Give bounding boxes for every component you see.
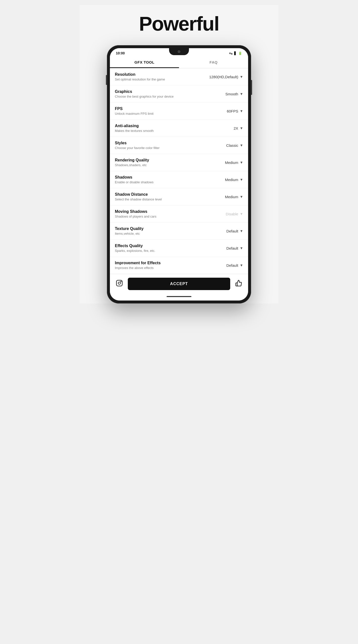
dropdown-arrow-effects-quality: ▼: [240, 246, 243, 250]
camera-dot: [178, 50, 180, 53]
accept-button[interactable]: ACCEPT: [128, 278, 230, 290]
setting-value-rendering-quality: Medium: [225, 160, 238, 165]
dropdown-arrow-anti-aliasing: ▼: [240, 126, 243, 130]
setting-title-moving-shadows: Moving Shadows: [115, 209, 216, 214]
setting-title-shadow-distance: Shadow Distance: [115, 192, 216, 197]
setting-info-styles: StylesChoose your favorite color filter: [115, 141, 216, 150]
svg-point-1: [118, 282, 120, 284]
phone-screen: 10:00 ▾▴ ▋ 🔋 GFX TOOL FAQ ResolutionSet …: [110, 48, 248, 300]
setting-desc-texture-quality: Items,vehicle, etc: [115, 232, 216, 236]
setting-row-shadow-distance[interactable]: Shadow DistanceSelect the shadow distanc…: [110, 188, 248, 206]
settings-list: ResolutionSet optimal resolution for the…: [110, 68, 248, 274]
setting-title-resolution: Resolution: [115, 72, 209, 77]
tab-faq[interactable]: FAQ: [179, 56, 248, 68]
setting-info-rendering-quality: Rendering QualityShadows,shaders, etc: [115, 158, 216, 167]
setting-info-resolution: ResolutionSet optimal resolution for the…: [115, 72, 209, 81]
dropdown-arrow-styles: ▼: [240, 143, 243, 147]
setting-desc-resolution: Set optimal resolution for the game: [115, 78, 209, 81]
setting-row-moving-shadows[interactable]: Moving ShadowsShadows of players and car…: [110, 206, 248, 222]
setting-row-effects-quality[interactable]: Effects QualitySparks, explosions, fire,…: [110, 240, 248, 257]
setting-row-resolution[interactable]: ResolutionSet optimal resolution for the…: [110, 68, 248, 86]
setting-row-improvement-effects[interactable]: Improvement for EffectsImproves the abov…: [110, 257, 248, 274]
setting-control-rendering-quality[interactable]: Medium▼: [216, 160, 243, 165]
setting-title-fps: FPS: [115, 106, 216, 111]
setting-row-fps[interactable]: FPSUnlock maximum FPS limit60FPS▼: [110, 102, 248, 120]
dropdown-arrow-shadows: ▼: [240, 178, 243, 182]
setting-value-effects-quality: Default: [226, 246, 238, 250]
phone-notch: [169, 48, 189, 55]
setting-value-anti-aliasing: 2X: [234, 126, 238, 130]
setting-info-fps: FPSUnlock maximum FPS limit: [115, 106, 216, 116]
setting-info-effects-quality: Effects QualitySparks, explosions, fire,…: [115, 244, 216, 252]
setting-info-moving-shadows: Moving ShadowsShadows of players and car…: [115, 209, 216, 218]
signal-icon: ▋: [234, 52, 237, 55]
page-wrapper: Powerful 10:00 ▾▴ ▋ 🔋 GFX TOOL FAQ: [80, 5, 278, 304]
wifi-icon: ▾▴: [229, 52, 233, 55]
setting-value-graphics: Smooth: [225, 92, 238, 96]
setting-desc-anti-aliasing: Makes the textures smooth: [115, 129, 216, 132]
dropdown-arrow-graphics: ▼: [240, 92, 243, 96]
status-icons: ▾▴ ▋ 🔋: [229, 52, 242, 55]
setting-title-texture-quality: Texture Quality: [115, 226, 216, 231]
setting-title-styles: Styles: [115, 141, 216, 145]
setting-title-graphics: Graphics: [115, 90, 216, 94]
like-button[interactable]: [235, 280, 242, 288]
dropdown-arrow-rendering-quality: ▼: [240, 160, 243, 164]
setting-value-shadows: Medium: [225, 178, 238, 182]
setting-value-resolution: 1280(HD,Default): [209, 75, 238, 79]
setting-control-effects-quality[interactable]: Default▼: [216, 246, 243, 250]
app-tabs: GFX TOOL FAQ: [110, 56, 248, 68]
setting-control-texture-quality[interactable]: Default▼: [216, 229, 243, 233]
setting-info-improvement-effects: Improvement for EffectsImproves the abov…: [115, 261, 216, 270]
setting-title-shadows: Shadows: [115, 175, 216, 180]
dropdown-arrow-resolution: ▼: [240, 75, 243, 79]
home-indicator: [110, 294, 248, 300]
setting-control-graphics[interactable]: Smooth▼: [216, 92, 243, 96]
setting-control-resolution[interactable]: 1280(HD,Default)▼: [209, 75, 243, 79]
bottom-bar: ACCEPT: [110, 274, 248, 294]
side-button-left: [106, 75, 107, 85]
setting-info-texture-quality: Texture QualityItems,vehicle, etc: [115, 226, 216, 236]
setting-title-effects-quality: Effects Quality: [115, 244, 216, 248]
dropdown-arrow-moving-shadows: ▼: [240, 212, 243, 216]
setting-row-styles[interactable]: StylesChoose your favorite color filterC…: [110, 137, 248, 154]
setting-value-styles: Classic: [226, 143, 238, 148]
setting-value-fps: 60FPS: [227, 109, 238, 113]
setting-desc-styles: Choose your favorite color filter: [115, 146, 216, 150]
svg-point-2: [121, 281, 121, 282]
dropdown-arrow-shadow-distance: ▼: [240, 195, 243, 199]
status-bar: 10:00 ▾▴ ▋ 🔋: [110, 48, 248, 56]
setting-desc-effects-quality: Sparks, explosions, fire, etc.: [115, 249, 216, 252]
home-bar: [167, 296, 191, 297]
setting-desc-shadow-distance: Select the shadow distance level: [115, 198, 216, 201]
setting-control-anti-aliasing[interactable]: 2X▼: [216, 126, 243, 130]
setting-title-improvement-effects: Improvement for Effects: [115, 261, 216, 265]
setting-value-improvement-effects: Default: [226, 263, 238, 268]
dropdown-arrow-fps: ▼: [240, 109, 243, 113]
setting-row-graphics[interactable]: GraphicsChoose the best graphics for you…: [110, 86, 248, 102]
setting-row-texture-quality[interactable]: Texture QualityItems,vehicle, etcDefault…: [110, 222, 248, 240]
setting-control-fps[interactable]: 60FPS▼: [216, 109, 243, 113]
setting-control-moving-shadows[interactable]: Disable▼: [216, 212, 243, 216]
setting-title-rendering-quality: Rendering Quality: [115, 158, 216, 162]
setting-info-graphics: GraphicsChoose the best graphics for you…: [115, 90, 216, 98]
setting-info-shadow-distance: Shadow DistanceSelect the shadow distanc…: [115, 192, 216, 201]
setting-control-shadows[interactable]: Medium▼: [216, 178, 243, 182]
dropdown-arrow-texture-quality: ▼: [240, 229, 243, 233]
setting-info-anti-aliasing: Anti-aliasingMakes the textures smooth: [115, 124, 216, 132]
phone-frame: 10:00 ▾▴ ▋ 🔋 GFX TOOL FAQ ResolutionSet …: [107, 45, 251, 304]
setting-row-rendering-quality[interactable]: Rendering QualityShadows,shaders, etcMed…: [110, 154, 248, 171]
instagram-button[interactable]: [116, 280, 123, 288]
setting-desc-shadows: Enable or disable shadows: [115, 180, 216, 184]
setting-control-styles[interactable]: Classic▼: [216, 143, 243, 148]
setting-value-texture-quality: Default: [226, 229, 238, 233]
setting-row-shadows[interactable]: ShadowsEnable or disable shadowsMedium▼: [110, 171, 248, 188]
setting-desc-graphics: Choose the best graphics for your device: [115, 95, 216, 98]
tab-gfx-tool[interactable]: GFX TOOL: [110, 56, 179, 68]
setting-value-shadow-distance: Medium: [225, 195, 238, 199]
setting-control-shadow-distance[interactable]: Medium▼: [216, 195, 243, 199]
setting-row-anti-aliasing[interactable]: Anti-aliasingMakes the textures smooth2X…: [110, 120, 248, 137]
headline: Powerful: [139, 5, 219, 45]
setting-title-anti-aliasing: Anti-aliasing: [115, 124, 216, 128]
setting-control-improvement-effects[interactable]: Default▼: [216, 263, 243, 268]
